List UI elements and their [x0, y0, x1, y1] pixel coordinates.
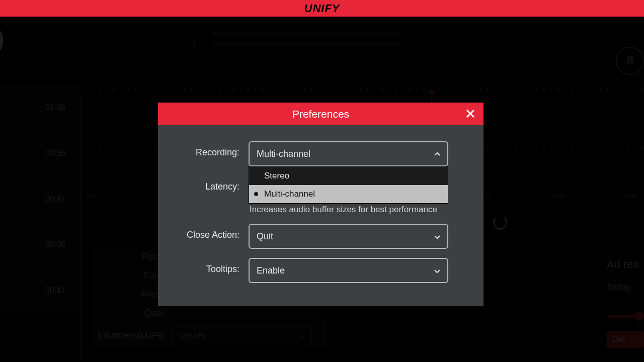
latency-label: Latency: [179, 175, 249, 192]
close-action-value: Quit [257, 231, 273, 242]
top-banner: UNIFY [0, 0, 644, 17]
modal-header: Preferences [158, 103, 484, 125]
close-button[interactable] [462, 106, 478, 122]
recording-row: Recording: Multi-channel Stereo Multi-ch… [179, 141, 448, 166]
modal-body: Recording: Multi-channel Stereo Multi-ch… [158, 125, 484, 306]
option-stereo[interactable]: Stereo [249, 167, 448, 185]
recording-value: Multi-channel [257, 149, 310, 159]
recording-dropdown: Stereo Multi-channel [249, 166, 448, 204]
chevron-down-icon [433, 233, 440, 240]
tooltips-select[interactable]: Enable [249, 258, 448, 283]
chevron-up-icon [433, 150, 440, 157]
chevron-down-icon [433, 267, 440, 274]
close-action-label: Close Action: [179, 224, 249, 240]
preferences-modal: Preferences Recording: Multi-channel Ste… [158, 103, 484, 306]
option-multichannel[interactable]: Multi-channel [249, 185, 448, 203]
close-action-row: Close Action: Quit [179, 224, 448, 249]
close-action-select[interactable]: Quit [249, 224, 448, 249]
modal-title: Preferences [292, 108, 349, 120]
tooltips-value: Enable [257, 265, 285, 276]
tooltips-row: Tooltips: Enable [179, 258, 448, 283]
app-brand: UNIFY [304, 2, 340, 15]
close-icon [465, 109, 475, 119]
recording-label: Recording: [179, 141, 249, 158]
recording-select[interactable]: Multi-channel [249, 141, 448, 166]
tooltips-label: Tooltips: [179, 258, 249, 275]
